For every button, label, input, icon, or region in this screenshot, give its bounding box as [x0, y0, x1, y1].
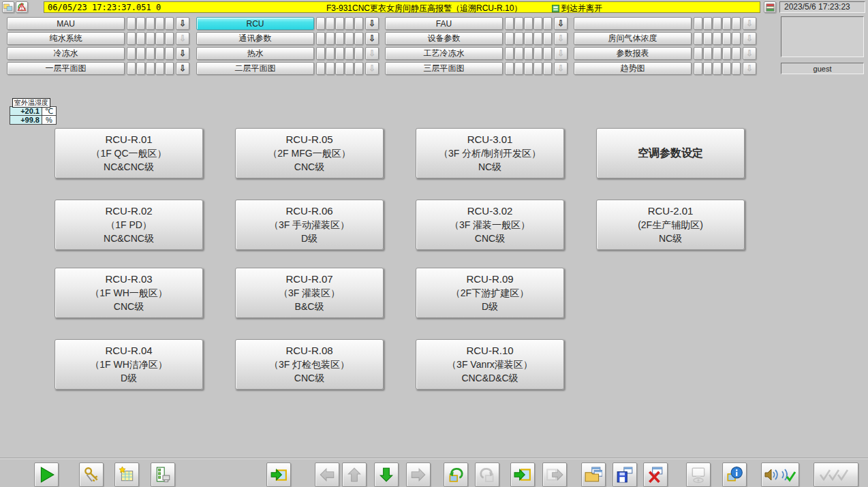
nav-button-device-params[interactable]: 设备参数: [385, 32, 503, 45]
key-login-button[interactable]: [79, 462, 104, 487]
run-button[interactable]: [34, 462, 59, 487]
rcu-r03-button[interactable]: RCU-R.03（1F WH一般区）CNC级: [55, 268, 203, 318]
nav-button-mau[interactable]: MAU: [7, 17, 125, 30]
nav-right-button[interactable]: [406, 462, 431, 487]
arrow-out-of-frame-icon: [546, 466, 563, 484]
nav-button-process-chilled-water[interactable]: 工艺冷冻水: [385, 47, 503, 60]
nav-expand-floor1-plan-arrow-icon[interactable]: ⇩: [176, 62, 189, 75]
rcu-r07-button[interactable]: RCU-R.07（3F 灌装区）B&C级: [235, 268, 384, 318]
rcu-r05-button[interactable]: RCU-R.05（2F MFG一般区）CNC级: [235, 128, 384, 178]
rcu-301-button[interactable]: RCU-3.01（3F 分析/制剂开发区）NC级: [416, 128, 564, 178]
nav-button-hot-water[interactable]: 热水: [196, 47, 314, 60]
user-info-box: [781, 16, 864, 57]
arrow-down-icon: [377, 466, 395, 484]
rcu-r06-button[interactable]: RCU-R.06（3F 手动灌装区）D级: [235, 200, 384, 250]
ack-all-button[interactable]: [813, 462, 858, 487]
new-picture-button[interactable]: [114, 462, 139, 487]
report-button[interactable]: [151, 462, 175, 487]
nav-button-rcu[interactable]: RCU: [196, 17, 314, 30]
nav-left-button[interactable]: [315, 462, 339, 487]
nav-button-floor2-plan[interactable]: 二层平面图: [196, 62, 314, 75]
save-picture-button[interactable]: [613, 462, 637, 487]
rcu-r10-button[interactable]: RCU-R.10（3F Vanrx灌装区）CNC&D&C级: [416, 339, 564, 390]
delete-picture-button[interactable]: [643, 462, 668, 487]
nav-button-room-gas[interactable]: 房间气体浓度: [574, 32, 692, 45]
rcu-302-button[interactable]: RCU-3.02（3F 灌装一般区）CNC级: [416, 200, 564, 250]
alarm-list-button[interactable]: [764, 1, 776, 13]
new-picture-icon: [118, 466, 136, 484]
nav-button-param-report[interactable]: 参数报表: [574, 47, 692, 60]
alarm-ack-button[interactable]: [16, 1, 28, 13]
rcu-r01-button[interactable]: RCU-R.01（1F QC一般区）NC&CNC级: [55, 128, 203, 178]
hvac-settings-button[interactable]: 空调参数设定: [596, 128, 745, 178]
nav-expand-room-gas-arrow-icon[interactable]: ⇩: [743, 32, 756, 45]
rcu-r04-button[interactable]: RCU-R.04（1F WH洁净区）D级: [55, 339, 203, 390]
nav-button-fau[interactable]: FAU: [385, 17, 503, 30]
delete-x-icon: [647, 466, 664, 484]
report-icon: [154, 466, 172, 484]
alarm-message: F3-931CNC更衣女房间静压高报警（追溯RCU-R.10）: [326, 3, 522, 14]
arrow-up-icon: [345, 466, 363, 484]
nav-expand-rcu-arrow-icon[interactable]: ⇩: [365, 17, 379, 30]
info-icon: [726, 466, 743, 484]
nav-expand-floor3-plan-arrow-icon[interactable]: ⇩: [554, 62, 568, 75]
nav-expand-blank-arrow-icon[interactable]: ⇩: [743, 17, 756, 30]
outdoor-humidity-unit: %: [42, 116, 57, 125]
rcu-r09-button[interactable]: RCU-R.09（2F下游扩建区）D级: [416, 268, 564, 318]
nav-expand-trend-chart-arrow-icon[interactable]: ⇩: [743, 62, 756, 75]
nav-alarm-slots: [315, 32, 363, 45]
nav-expand-floor2-plan-arrow-icon[interactable]: ⇩: [365, 62, 379, 75]
picture-window-button[interactable]: [2, 1, 14, 13]
monitor-eye-icon: [689, 466, 707, 484]
open-folder-icon: [585, 466, 602, 484]
nav-button-trend-chart[interactable]: 趋势图: [574, 62, 692, 75]
nav-expand-param-report-arrow-icon[interactable]: ⇩: [743, 47, 756, 60]
nav-alarm-slots: [126, 17, 174, 30]
nav-expand-purified-water-arrow-icon[interactable]: ⇩: [176, 32, 189, 45]
multi-check-icon: [818, 466, 854, 484]
nav-expand-process-chilled-water-arrow-icon[interactable]: ⇩: [554, 47, 568, 60]
audio-ack-button[interactable]: [761, 462, 799, 487]
nav-alarm-slots: [504, 62, 552, 75]
nav-down-button[interactable]: [374, 462, 399, 487]
outdoor-humidity-value: +99.8: [10, 116, 42, 125]
redo-picture-button[interactable]: [475, 462, 499, 487]
rcu-r08-button[interactable]: RCU-R.08（3F 灯检包装区）CNC级: [235, 339, 384, 390]
monitor-view-button[interactable]: [686, 462, 711, 487]
open-picture-button[interactable]: [581, 462, 606, 487]
nav-alarm-slots: [126, 32, 174, 45]
nav-expand-chilled-water-arrow-icon[interactable]: ⇩: [176, 47, 189, 60]
nav-button-blank[interactable]: [574, 17, 692, 30]
nav-alarm-slots: [693, 32, 741, 45]
nav-button-floor3-plan[interactable]: 三层平面图: [385, 62, 503, 75]
datetime-display: 2023/5/6 17:23:23: [779, 1, 865, 13]
outdoor-temp-value: +20.1: [10, 107, 42, 116]
picture-into-button[interactable]: [266, 462, 291, 487]
nav-button-purified-water[interactable]: 纯水系统: [7, 32, 125, 45]
info-button[interactable]: [722, 462, 747, 487]
nav-alarm-slots: [693, 17, 741, 30]
jump-out-button[interactable]: [542, 462, 567, 487]
nav-alarm-slots: [315, 62, 363, 75]
nav-up-button[interactable]: [342, 462, 367, 487]
nav-expand-comm-params-arrow-icon[interactable]: ⇩: [365, 32, 379, 45]
arrow-into-picture-icon: [270, 466, 288, 484]
alarm-list-icon: [766, 3, 775, 12]
current-user-label: guest: [781, 63, 864, 74]
nav-expand-device-params-arrow-icon[interactable]: ⇩: [554, 32, 568, 45]
nav-expand-hot-water-arrow-icon[interactable]: ⇩: [365, 47, 379, 60]
alarm-line[interactable]: 06/05/23 17:23:37.051 0 F3-931CNC更衣女房间静压…: [44, 1, 760, 13]
arrow-into-frame-icon: [514, 466, 531, 484]
nav-button-floor1-plan[interactable]: 一层平面图: [7, 62, 125, 75]
nav-alarm-slots: [315, 47, 363, 60]
save-floppy-icon: [616, 466, 634, 484]
nav-button-chilled-water[interactable]: 冷冻水: [7, 47, 125, 60]
rcu-201-button[interactable]: RCU-2.01(2F生产辅助区)NC级: [596, 200, 745, 250]
rcu-r02-button[interactable]: RCU-R.02（1F PD）NC&CNC级: [55, 200, 203, 250]
nav-button-comm-params[interactable]: 通讯参数: [196, 32, 314, 45]
nav-expand-mau-arrow-icon[interactable]: ⇩: [176, 17, 189, 30]
undo-picture-button[interactable]: [444, 462, 468, 487]
jump-in-button[interactable]: [510, 462, 535, 487]
nav-expand-fau-arrow-icon[interactable]: ⇩: [554, 17, 568, 30]
nav-alarm-slots: [693, 62, 741, 75]
